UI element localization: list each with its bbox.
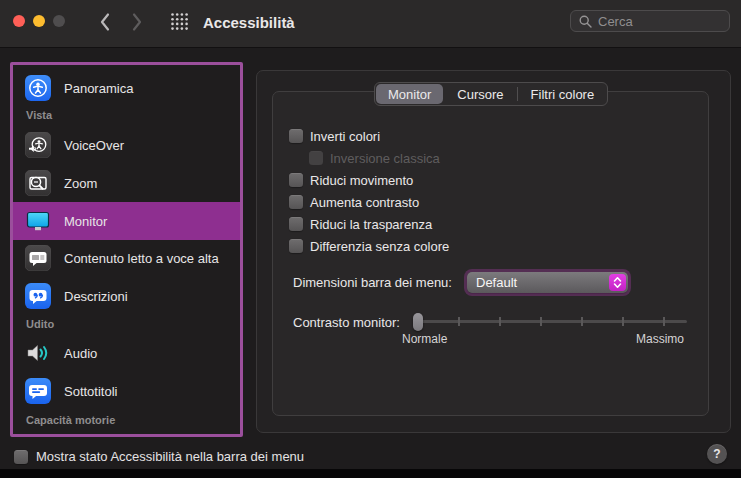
popup-stepper-icon bbox=[609, 274, 626, 291]
voiceover-icon bbox=[25, 132, 51, 158]
contrast-slider-knob[interactable] bbox=[413, 313, 423, 331]
close-window-button[interactable] bbox=[13, 15, 25, 27]
tab-cursore[interactable]: Cursore bbox=[444, 83, 516, 105]
sidebar-section-capacita-motorie: Capacità motorie bbox=[26, 414, 115, 426]
zoom-window-button-disabled bbox=[53, 15, 65, 27]
sidebar-item-panoramica[interactable]: Panoramica bbox=[13, 69, 240, 107]
sidebar-item-sottotitoli[interactable]: Sottotitoli bbox=[13, 372, 240, 410]
chevron-left-icon bbox=[98, 12, 112, 32]
checkbox-label: Inverti colori bbox=[310, 129, 380, 144]
sidebar-item-voiceover[interactable]: VoiceOver bbox=[13, 126, 240, 164]
zoom-icon bbox=[25, 170, 51, 196]
chevron-right-icon bbox=[130, 12, 144, 32]
sidebar-item-zoom[interactable]: Zoom bbox=[13, 164, 240, 202]
search-placeholder: Cerca bbox=[598, 14, 633, 29]
checkbox-box bbox=[14, 450, 28, 464]
slider-tick bbox=[581, 317, 583, 326]
checkbox-label: Riduci movimento bbox=[310, 173, 413, 188]
sidebar-item-descrizioni[interactable]: Descrizioni bbox=[13, 277, 240, 315]
titlebar: Accessibilità Cerca bbox=[0, 0, 741, 48]
sidebar-section-udito: Udito bbox=[26, 318, 54, 330]
sidebar-section-vista: Vista bbox=[26, 109, 52, 121]
search-icon bbox=[579, 15, 592, 28]
tab-monitor[interactable]: Monitor bbox=[376, 84, 443, 104]
window-title: Accessibilità bbox=[203, 13, 295, 33]
contrast-slider-track[interactable] bbox=[413, 320, 687, 323]
checkbox-box bbox=[309, 151, 323, 165]
checkbox-box bbox=[289, 239, 303, 253]
checkbox-box bbox=[289, 129, 303, 143]
sidebar-item-label: Monitor bbox=[64, 214, 107, 229]
footer-checkbox-label: Mostra stato Accessibilità nella barra d… bbox=[36, 449, 304, 464]
checkbox-label: Inversione classica bbox=[330, 151, 440, 166]
menu-bar-size-popup[interactable]: Default bbox=[467, 272, 628, 293]
checkbox-box bbox=[289, 195, 303, 209]
sidebar-item-label: Descrizioni bbox=[64, 289, 128, 304]
checkbox-inverti-colori[interactable]: Inverti colori bbox=[289, 128, 380, 144]
checkbox-riduci-movimento[interactable]: Riduci movimento bbox=[289, 172, 413, 188]
popup-selected-value: Default bbox=[476, 275, 517, 290]
sidebar-item-label: Zoom bbox=[64, 176, 97, 191]
monitor-icon bbox=[25, 208, 51, 234]
sidebar-item-label: VoiceOver bbox=[64, 138, 124, 153]
checkbox-label: Aumenta contrasto bbox=[310, 195, 419, 210]
back-button[interactable] bbox=[98, 12, 112, 32]
descriptions-icon bbox=[25, 283, 51, 309]
slider-tick bbox=[458, 317, 460, 326]
tab-bar: Monitor Cursore Filtri colore bbox=[374, 82, 608, 106]
tab-filtri-colore[interactable]: Filtri colore bbox=[518, 83, 608, 105]
sidebar-item-label: Audio bbox=[64, 346, 97, 361]
slider-tick bbox=[499, 317, 501, 326]
bottom-edge-strip bbox=[0, 469, 741, 478]
checkbox-riduci-trasparenza[interactable]: Riduci la trasparenza bbox=[289, 216, 432, 232]
slider-max-label: Massimo bbox=[636, 332, 684, 346]
checkbox-box bbox=[289, 173, 303, 187]
show-accessibility-status-checkbox[interactable]: Mostra stato Accessibilità nella barra d… bbox=[14, 449, 304, 464]
checkbox-inversione-classica: Inversione classica bbox=[309, 150, 440, 166]
checkbox-label: Riduci la trasparenza bbox=[310, 217, 432, 232]
sidebar-item-label: Contenuto letto a voce alta bbox=[64, 251, 219, 266]
checkbox-label: Differenzia senza colore bbox=[310, 239, 449, 254]
search-input[interactable]: Cerca bbox=[570, 10, 730, 32]
sidebar-item-monitor[interactable]: Monitor bbox=[13, 202, 240, 240]
spoken-content-icon bbox=[25, 245, 51, 271]
slider-min-label: Normale bbox=[402, 332, 447, 346]
grid-icon bbox=[170, 12, 189, 31]
slider-tick bbox=[663, 317, 665, 326]
audio-icon bbox=[25, 340, 51, 366]
sidebar-item-audio[interactable]: Audio bbox=[13, 334, 240, 372]
slider-tick bbox=[540, 317, 542, 326]
sidebar-item-label: Panoramica bbox=[64, 81, 133, 96]
display-contrast-label: Contrasto monitor: bbox=[293, 315, 400, 330]
minimize-window-button[interactable] bbox=[33, 15, 45, 27]
show-all-preferences-button[interactable] bbox=[170, 12, 189, 31]
sidebar-item-label: Sottotitoli bbox=[64, 384, 117, 399]
menu-bar-size-label: Dimensioni barra dei menu: bbox=[293, 275, 452, 290]
checkbox-differenzia-senza-colore[interactable]: Differenzia senza colore bbox=[289, 238, 449, 254]
accessibility-sidebar: Panoramica Vista VoiceOver bbox=[10, 62, 243, 437]
sidebar-item-contenuto-letto[interactable]: Contenuto letto a voce alta bbox=[13, 239, 240, 277]
accessibility-preferences-window: Accessibilità Cerca Panoramica Vista bbox=[0, 0, 741, 478]
captions-icon bbox=[25, 378, 51, 404]
checkbox-aumenta-contrasto[interactable]: Aumenta contrasto bbox=[289, 194, 419, 210]
forward-button[interactable] bbox=[130, 12, 144, 32]
accessibility-overview-icon bbox=[25, 75, 51, 101]
checkbox-box bbox=[289, 217, 303, 231]
help-button[interactable]: ? bbox=[707, 444, 727, 464]
slider-tick bbox=[622, 317, 624, 326]
